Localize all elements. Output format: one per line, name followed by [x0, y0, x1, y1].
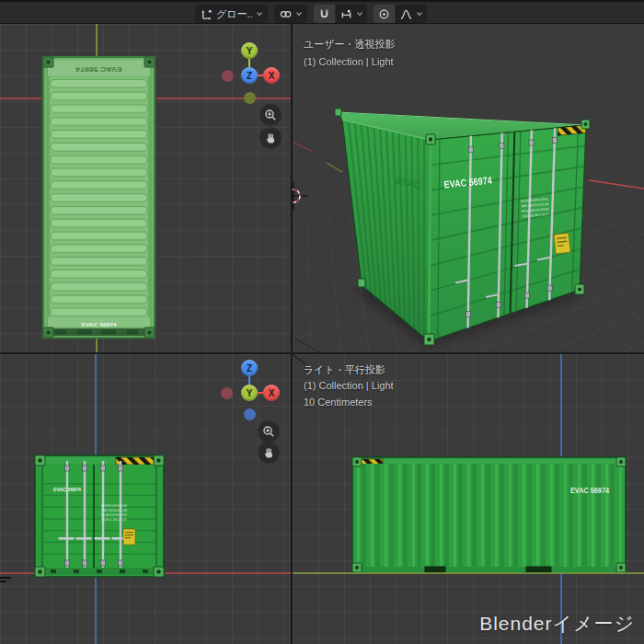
proportional-editing-controls [374, 5, 427, 23]
chevron-down-icon [295, 10, 303, 17]
gizmo-axis-x-negative[interactable] [222, 70, 234, 82]
gizmo-axis-y-label: Y [247, 388, 253, 398]
container-id-door: EVAC 56974 [53, 487, 82, 492]
container-object-top[interactable]: EVAC 56974 EVAC 56974 [43, 57, 155, 338]
gizmo-axis-z[interactable]: Z [241, 360, 258, 376]
svg-text:TARE 2,230 KG 4,910 LBS: TARE 2,230 KG 4,910 LBS [101, 509, 127, 512]
zoom-button[interactable] [260, 105, 281, 125]
corner-post [429, 144, 431, 337]
falloff-curve-icon [399, 7, 413, 21]
cursor-3d [293, 182, 307, 210]
gizmo-axis-y-negative[interactable] [244, 92, 256, 104]
gizmo-axis-z-label: Z [247, 363, 252, 374]
watermark-text: Blenderイメージ [479, 611, 635, 637]
orientation-icon [200, 7, 213, 21]
door-spec-text: MAX.GROSS 30,480 KG 67,200 LBS TARE 2,23… [101, 504, 127, 522]
svg-text:PAYLOAD 28,250 KG 62,290 LBS: PAYLOAD 28,250 KG 62,290 LBS [101, 513, 127, 517]
snapping-controls [314, 5, 367, 23]
viewport-user-perspective[interactable]: EVAC [293, 24, 644, 352]
hand-icon [262, 446, 275, 459]
gizmo-axis-y[interactable]: Y [241, 42, 258, 59]
gizmo-axis-x-negative[interactable] [221, 387, 233, 399]
snap-settings-dropdown[interactable] [336, 5, 367, 23]
toolbar-center: グロー.. [195, 5, 427, 23]
gizmo-axis-y[interactable]: Y [241, 385, 258, 401]
gizmo-axis-line-z [248, 376, 250, 385]
cursor-3d-partial [0, 578, 11, 581]
collection-label: (1) Collection | Light [304, 56, 394, 67]
pan-button[interactable] [260, 128, 281, 148]
container-id-top-rear: EVAC 56974 [75, 65, 122, 74]
gizmo-axis-z-label: Z [247, 71, 252, 81]
container-object-front[interactable]: EVAC 56974 MAX.GROSS 30,480 KG 67,200 LB… [35, 455, 164, 577]
chevron-down-icon [356, 10, 363, 17]
pivot-point-dropdown[interactable] [274, 5, 307, 23]
viewport-divider-horizontal[interactable] [0, 352, 644, 354]
magnet-icon [317, 7, 331, 21]
magnifier-plus-icon [264, 109, 277, 121]
viewport-divider-vertical[interactable] [291, 24, 293, 644]
container-id-side: EVAC 56974 [570, 486, 609, 495]
blender-window: グロー.. [0, 0, 644, 644]
hazard-stripe [116, 457, 155, 465]
container-object-side[interactable]: EVAC 56974 [352, 457, 626, 572]
viewport-right-ortho[interactable]: EVAC 56974 ライト・平行投影 (1) Collection | Lig… [293, 354, 644, 644]
orientation-label: グロー.. [216, 5, 253, 23]
gizmo-axis-z-negative[interactable] [244, 408, 256, 420]
pivot-icon [279, 7, 293, 21]
warning-sticker [554, 233, 570, 254]
proportional-falloff-dropdown[interactable] [396, 5, 427, 23]
zoom-button[interactable] [259, 421, 279, 442]
gizmo-axis-x[interactable]: X [263, 67, 280, 84]
svg-text:MAX.GROSS 30,480 KG 67,200 LBS: MAX.GROSS 30,480 KG 67,200 LBS [101, 504, 127, 508]
chevron-down-icon [416, 10, 423, 17]
header-toolbar: グロー.. [0, 0, 644, 24]
viewport-front-ortho[interactable]: EVAC 56974 MAX.GROSS 30,480 KG 67,200 LB… [0, 354, 291, 644]
viewport-top-ortho[interactable]: EVAC 56974 EVAC 56974 Y Z X [0, 24, 291, 352]
magnifier-plus-icon [262, 425, 275, 438]
container-id-top-front: EVAC 56974 [82, 322, 118, 328]
warning-sticker [123, 529, 135, 545]
gizmo-axis-z[interactable]: Z [241, 67, 258, 84]
grid-scale-label: 10 Centimeters [304, 397, 373, 408]
snap-increment-icon [339, 7, 353, 21]
proportional-circle-icon [377, 7, 391, 21]
pan-button[interactable] [259, 443, 279, 463]
gizmo-axis-x-label: X [269, 71, 275, 81]
door-spec-text: MAX.GROSS 30,480 KG 67,200 LBS TARE 2,23… [521, 197, 550, 218]
hand-icon [264, 132, 277, 144]
collection-label: (1) Collection | Light [304, 380, 394, 391]
container-object-perspective[interactable]: EVAC [335, 109, 590, 345]
view-name-label: ユーザー・透視投影 [304, 38, 396, 52]
snap-toggle-button[interactable] [314, 5, 335, 23]
gizmo-axis-x-label: X [269, 388, 275, 398]
perspective-scene: EVAC [293, 24, 644, 352]
transform-orientation-dropdown[interactable]: グロー.. [195, 5, 268, 23]
gizmo-axis-x[interactable]: X [263, 385, 280, 401]
svg-text:CUB.CAP. 33.2 CBM 1,172 CU.FT.: CUB.CAP. 33.2 CBM 1,172 CU.FT. [101, 518, 127, 522]
gizmo-axis-line-y [248, 59, 250, 67]
axis-y-line [327, 163, 342, 172]
quad-leader-line [294, 339, 320, 352]
chevron-down-icon [256, 10, 263, 17]
gizmo-axis-y-label: Y [247, 46, 253, 56]
proportional-editing-toggle[interactable] [374, 5, 395, 23]
view-name-label: ライト・平行投影 [304, 363, 385, 377]
